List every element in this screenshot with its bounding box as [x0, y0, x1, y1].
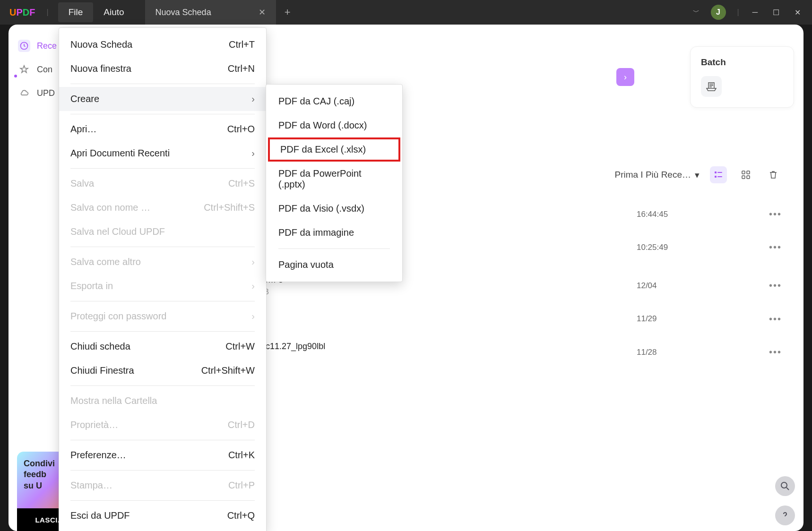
file-menu-button[interactable]: File — [58, 2, 94, 22]
file-date: 10:25:49 — [637, 243, 769, 252]
submenu-item[interactable]: PDF da CAJ (.caj) — [266, 89, 402, 113]
menu-item-label: Salva con nome … — [70, 202, 150, 213]
float-buttons — [775, 476, 795, 525]
file-date: 11/28 — [637, 348, 769, 357]
svg-rect-5 — [742, 171, 745, 174]
menu-item: Esporta in› — [59, 274, 266, 298]
add-tab-button[interactable]: + — [285, 6, 291, 18]
file-date: 11/29 — [637, 314, 769, 324]
menu-item-label: Preferenze… — [70, 450, 126, 461]
more-icon[interactable]: ••• — [769, 280, 782, 291]
tab[interactable]: Nuova Scheda ✕ — [145, 0, 276, 25]
more-icon[interactable]: ••• — [769, 347, 782, 358]
separator — [278, 248, 390, 249]
menu-item[interactable]: Nuova finestraCtrl+N — [59, 57, 266, 81]
batch-card[interactable]: Batch — [690, 46, 794, 108]
chevron-right-icon[interactable]: › — [616, 68, 634, 86]
svg-rect-2 — [717, 172, 722, 173]
shortcut: Ctrl+D — [228, 420, 255, 430]
more-icon[interactable]: ••• — [769, 242, 782, 253]
help-button[interactable] — [775, 505, 795, 525]
file-row[interactable]: naraluc11.27_lpg90lbl 34 KB 11/28 ••• — [230, 333, 794, 371]
file-menu-dropdown: Nuova SchedaCtrl+TNuova finestraCtrl+NCr… — [59, 27, 267, 531]
help-menu-button[interactable]: Aiuto — [93, 2, 134, 22]
separator — [70, 440, 255, 440]
separator — [70, 331, 255, 332]
search-button[interactable] — [775, 476, 795, 496]
svg-rect-8 — [747, 176, 750, 179]
avatar[interactable]: J — [711, 5, 726, 20]
submenu-item[interactable]: PDF da immagine — [266, 221, 402, 245]
submenu-item[interactable]: PDF da PowerPoint (.pptx) — [266, 162, 402, 197]
menu-item-label: Salva nel Cloud UPDF — [70, 226, 165, 237]
menu-item-label: Nuova finestra — [70, 63, 131, 74]
chevron-right-icon: › — [251, 94, 255, 104]
submenu-item[interactable]: Pagina vuota — [266, 253, 402, 277]
svg-rect-6 — [747, 171, 750, 174]
tab-title: Nuova Scheda — [155, 8, 211, 17]
svg-rect-3 — [715, 176, 717, 178]
shortcut: Ctrl+P — [228, 480, 255, 491]
shortcut: Ctrl+K — [228, 450, 255, 461]
menu-item[interactable]: Apri…Ctrl+O — [59, 117, 266, 141]
shortcut: Ctrl+Shift+S — [204, 202, 255, 213]
submenu-item[interactable]: PDF da Visio (.vsdx) — [266, 197, 402, 221]
menu-item-label: Apri Documenti Recenti — [70, 148, 170, 159]
grid-view-button[interactable] — [737, 166, 754, 183]
close-window-button[interactable]: ✕ — [793, 6, 803, 19]
more-icon[interactable]: ••• — [769, 209, 782, 220]
chevron-right-icon: › — [251, 281, 255, 291]
file-row[interactable]: 7 MB 11/29 ••• — [230, 305, 794, 333]
menu-item-label: Mostra nella Cartella — [70, 395, 157, 406]
submenu-item[interactable]: PDF da Excel (.xlsx) — [268, 137, 400, 162]
chevron-right-icon: › — [251, 257, 255, 267]
sidebar-item-label: UPD — [37, 88, 55, 98]
menu-item-label: Nuova Scheda — [70, 39, 132, 50]
shortcut: Ctrl+N — [228, 63, 255, 74]
menu-item: Salva come altro› — [59, 250, 266, 274]
dropdown-arrow-icon: ▾ — [695, 170, 700, 180]
sidebar-item-label: Rece — [37, 41, 57, 51]
shortcut: Ctrl+W — [225, 341, 255, 352]
menu-item[interactable]: Apri Documenti Recenti› — [59, 141, 266, 165]
menu-item[interactable]: Chiudi FinestraCtrl+Shift+W — [59, 359, 266, 383]
menu-item[interactable]: Nuova SchedaCtrl+T — [59, 33, 266, 57]
file-date: 16:44:45 — [637, 210, 769, 219]
chevron-down-icon[interactable]: ﹀ — [693, 8, 700, 17]
separator — [70, 301, 255, 301]
separator — [70, 84, 255, 84]
create-submenu: PDF da CAJ (.caj)PDF da Word (.docx)PDF … — [266, 84, 403, 282]
scanner-icon — [701, 76, 722, 97]
menu-item: Proteggi con password› — [59, 304, 266, 328]
shortcut: Ctrl+Q — [227, 510, 255, 521]
menu-item: Proprietà…Ctrl+D — [59, 413, 266, 437]
menu-item-label: Stampa… — [70, 480, 112, 491]
close-icon[interactable]: ✕ — [259, 7, 266, 17]
menu-item[interactable]: Creare› — [59, 87, 266, 111]
separator — [70, 168, 255, 169]
delete-button[interactable] — [765, 166, 782, 183]
more-icon[interactable]: ••• — [769, 314, 782, 325]
menu-item-label: Proprietà… — [70, 420, 118, 430]
minimize-button[interactable]: ─ — [751, 6, 760, 18]
separator — [70, 385, 255, 386]
menu-item-label: Proteggi con password — [70, 311, 166, 322]
clock-icon — [18, 40, 30, 52]
cloud-icon — [18, 87, 30, 99]
menu-item[interactable]: Esci da UPDFCtrl+Q — [59, 504, 266, 528]
sort-dropdown[interactable]: Prima I Più Rece… ▾ — [614, 170, 700, 180]
menu-item-label: Salva — [70, 178, 94, 189]
separator — [70, 470, 255, 471]
batch-title: Batch — [701, 57, 783, 68]
menu-item[interactable]: Preferenze…Ctrl+K — [59, 443, 266, 467]
menu-item[interactable]: Chiudi schedaCtrl+W — [59, 334, 266, 359]
sidebar-item-label: Con — [37, 65, 52, 75]
menu-item-label: Chiudi Finestra — [70, 365, 134, 376]
separator — [70, 500, 255, 501]
maximize-button[interactable]: ☐ — [771, 6, 781, 19]
shortcut: Ctrl+S — [228, 178, 255, 189]
list-view-button[interactable] — [710, 166, 727, 183]
separator — [70, 247, 255, 247]
submenu-item[interactable]: PDF da Word (.docx) — [266, 113, 402, 137]
svg-rect-1 — [715, 171, 717, 173]
